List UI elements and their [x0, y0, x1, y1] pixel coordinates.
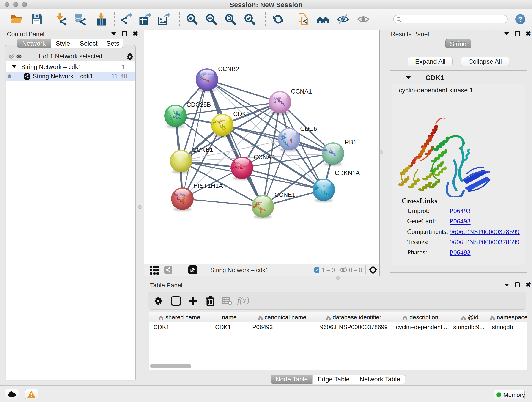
svg-text:CCNA1: CCNA1	[291, 88, 312, 95]
svg-text:CDC6: CDC6	[300, 125, 317, 132]
svg-text:CCNB1: CCNB1	[192, 147, 213, 153]
svg-text:RB1: RB1	[345, 139, 357, 146]
svg-text:CCNE1: CCNE1	[274, 191, 296, 198]
svg-text:CDC25B: CDC25B	[186, 101, 211, 108]
svg-text:CCNA2: CCNA2	[254, 154, 275, 161]
svg-text:HIST1H1A: HIST1H1A	[193, 182, 223, 189]
svg-text:CDK1: CDK1	[233, 110, 250, 117]
svg-text:CDKN1A: CDKN1A	[335, 170, 360, 177]
svg-text:CCNB2: CCNB2	[218, 65, 239, 72]
